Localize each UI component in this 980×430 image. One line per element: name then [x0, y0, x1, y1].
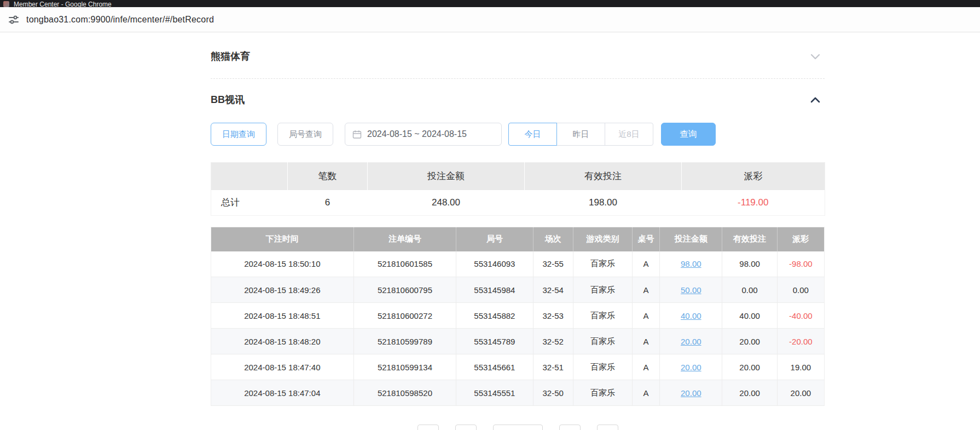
cell-order: 521810600272: [353, 303, 456, 329]
cell-valid: 0.00: [722, 277, 777, 303]
table-row: 2024-08-15 18:49:26521810600795553145984…: [211, 277, 825, 303]
section-title-panda: 熊猫体育: [211, 50, 250, 63]
section-panda-sports[interactable]: 熊猫体育: [211, 32, 825, 79]
table-row: 2024-08-15 18:47:04521810598520553145551…: [211, 380, 825, 406]
header-order-number: 注单编号: [353, 227, 456, 251]
summary-bet-amount-value: 248.00: [368, 190, 525, 216]
site-settings-icon[interactable]: [8, 14, 20, 26]
chevron-down-icon[interactable]: [809, 50, 821, 62]
cell-session: 32-54: [533, 277, 573, 303]
header-table-number: 桌号: [633, 227, 660, 251]
header-game-type: 游戏类别: [573, 227, 632, 251]
cell-payout: 0.00: [777, 277, 824, 303]
summary-payout-value: -119.00: [682, 190, 825, 216]
header-session: 场次: [533, 227, 573, 251]
today-button[interactable]: 今日: [508, 123, 557, 146]
cell-valid: 20.00: [722, 380, 777, 406]
cell-bet[interactable]: 40.00: [660, 303, 722, 329]
search-button[interactable]: 查询: [661, 123, 716, 146]
cell-bet[interactable]: 98.00: [660, 251, 722, 277]
cell-table: A: [633, 329, 660, 354]
last-8-days-button[interactable]: 近8日: [605, 123, 653, 146]
chevron-up-icon[interactable]: [809, 94, 821, 106]
pagination: [211, 425, 825, 430]
header-bet-time: 下注时间: [211, 227, 354, 251]
cell-payout: -40.00: [777, 303, 824, 329]
cell-table: A: [633, 277, 660, 303]
cell-order: 521810600795: [353, 277, 456, 303]
header-round-number: 局号: [456, 227, 533, 251]
summary-valid-bet-value: 198.00: [525, 190, 682, 216]
cell-bet[interactable]: 20.00: [660, 380, 722, 406]
cell-order: 521810601585: [353, 251, 456, 277]
cell-game: 百家乐: [573, 251, 632, 277]
table-row: 2024-08-15 18:48:51521810600272553145882…: [211, 303, 825, 329]
browser-urlbar[interactable]: tongbao31.com:9900/infe/mcenter/#/betRec…: [0, 7, 980, 32]
pagination-jump-input[interactable]: [559, 425, 581, 430]
summary-count-value: 6: [288, 190, 368, 216]
address-bar-url[interactable]: tongbao31.com:9900/infe/mcenter/#/betRec…: [26, 15, 214, 25]
summary-header-valid-bet: 有效投注: [525, 163, 682, 190]
cell-game: 百家乐: [573, 354, 632, 380]
pagination-prev-button[interactable]: [417, 425, 439, 430]
summary-total-row: 总计 6 248.00 198.00 -119.00: [211, 190, 825, 216]
cell-game: 百家乐: [573, 277, 632, 303]
cell-valid: 40.00: [722, 303, 777, 329]
header-bet-amount: 投注金额: [660, 227, 722, 251]
pagination-size-select[interactable]: [493, 425, 543, 430]
yesterday-button[interactable]: 昨日: [556, 123, 605, 146]
cell-session: 32-55: [533, 251, 573, 277]
cell-payout: -20.00: [777, 329, 824, 354]
cell-time: 2024-08-15 18:47:04: [211, 380, 354, 406]
bet-table-header-row: 下注时间 注单编号 局号 场次 游戏类别 桌号 投注金额 有效投注 派彩: [211, 227, 825, 251]
cell-table: A: [633, 303, 660, 329]
cell-bet[interactable]: 50.00: [660, 277, 722, 303]
cell-game: 百家乐: [573, 329, 632, 354]
bet-table-body: 2024-08-15 18:50:10521810601585553146093…: [211, 251, 825, 406]
date-query-tab[interactable]: 日期查询: [211, 123, 266, 146]
cell-round: 553145789: [456, 329, 533, 354]
date-range-value: 2024-08-15 ~ 2024-08-15: [367, 129, 467, 139]
cell-time: 2024-08-15 18:48:51: [211, 303, 354, 329]
cell-bet[interactable]: 20.00: [660, 354, 722, 380]
cell-session: 32-53: [533, 303, 573, 329]
cell-round: 553145984: [456, 277, 533, 303]
pagination-next-button[interactable]: [597, 425, 618, 430]
summary-header-bet-amount: 投注金额: [368, 163, 525, 190]
cell-payout: -98.00: [777, 251, 824, 277]
cell-valid: 20.00: [722, 329, 777, 354]
cell-table: A: [633, 354, 660, 380]
cell-session: 32-51: [533, 354, 573, 380]
pagination-page-button[interactable]: [455, 425, 477, 430]
cell-time: 2024-08-15 18:50:10: [211, 251, 354, 277]
cell-payout: 19.00: [777, 354, 824, 380]
header-payout: 派彩: [777, 227, 824, 251]
cell-round: 553145551: [456, 380, 533, 406]
calendar-icon: [352, 130, 362, 139]
cell-bet[interactable]: 20.00: [660, 329, 722, 354]
cell-round: 553146093: [456, 251, 533, 277]
round-query-tab[interactable]: 局号查询: [277, 123, 333, 146]
filter-bar: 日期查询 局号查询 2024-08-15 ~ 2024-08-15 今日 昨日 …: [211, 123, 825, 146]
section-bb-video[interactable]: BB视讯: [211, 79, 825, 106]
browser-titlebar: Member Center - Google Chrome: [0, 0, 980, 7]
date-range-input[interactable]: 2024-08-15 ~ 2024-08-15: [345, 123, 502, 146]
table-row: 2024-08-15 18:47:40521810599134553145661…: [211, 354, 825, 380]
bet-record-page: 熊猫体育 BB视讯 日期查询 局号查询: [211, 32, 825, 430]
cell-valid: 20.00: [722, 354, 777, 380]
cell-round: 553145661: [456, 354, 533, 380]
cell-order: 521810599134: [353, 354, 456, 380]
summary-total-label: 总计: [211, 190, 288, 216]
cell-order: 521810598520: [353, 380, 456, 406]
cell-game: 百家乐: [573, 303, 632, 329]
summary-header-count: 笔数: [288, 163, 368, 190]
summary-header-payout: 派彩: [682, 163, 825, 190]
cell-round: 553145882: [456, 303, 533, 329]
window-title: Member Center - Google Chrome: [14, 1, 112, 7]
header-valid-bet: 有效投注: [722, 227, 777, 251]
cell-order: 521810599789: [353, 329, 456, 354]
cell-valid: 98.00: [722, 251, 777, 277]
cell-time: 2024-08-15 18:49:26: [211, 277, 354, 303]
cell-payout: 20.00: [777, 380, 824, 406]
cell-time: 2024-08-15 18:48:20: [211, 329, 354, 354]
